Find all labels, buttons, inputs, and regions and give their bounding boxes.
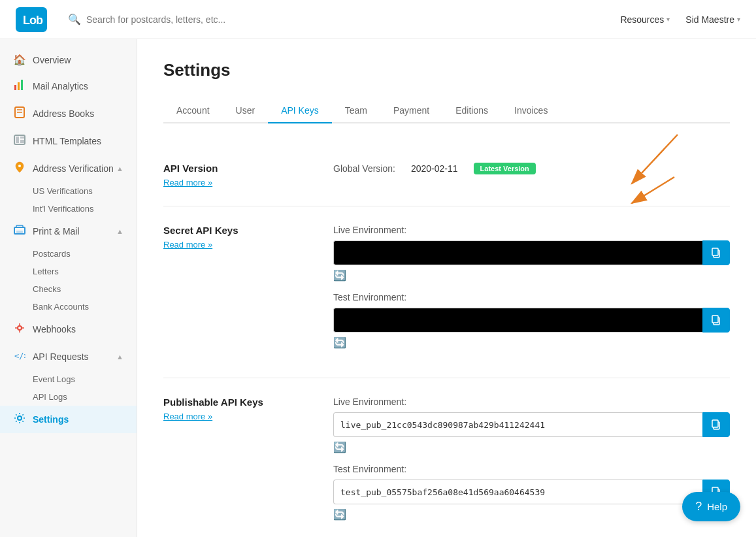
sidebar-label-overview: Overview <box>33 55 71 65</box>
secret-keys-read-more[interactable]: Read more » <box>163 240 307 250</box>
help-icon: ? <box>695 500 702 513</box>
global-version-label: Global Version: <box>333 163 395 174</box>
resources-link[interactable]: Resources ▾ <box>620 14 670 25</box>
sidebar-item-overview[interactable]: 🏠 Overview <box>0 47 137 73</box>
svg-text:</>: </> <box>14 351 25 361</box>
svg-rect-23 <box>712 248 718 255</box>
api-version-left: API Version Read more » <box>163 163 307 187</box>
print-mail-expand-icon: ▲ <box>116 227 123 235</box>
secret-keys-left: Secret API Keys Read more » <box>163 225 307 359</box>
live-publishable-key-copy-button[interactable] <box>702 412 730 437</box>
test-key-input-group <box>333 308 730 333</box>
test-secret-key-input[interactable] <box>333 308 702 333</box>
sidebar-item-bank-accounts[interactable]: Bank Accounts <box>0 298 137 316</box>
test-publishable-key-input[interactable] <box>333 480 702 504</box>
svg-rect-9 <box>16 137 19 143</box>
sidebar-item-mail-analytics[interactable]: Mail Analytics <box>0 73 137 100</box>
publishable-keys-read-more[interactable]: Read more » <box>163 412 307 421</box>
svg-point-17 <box>18 416 22 420</box>
sidebar-item-html-templates[interactable]: HTML Templates <box>0 127 137 155</box>
pub-live-refresh-container: 🔄 <box>333 441 730 453</box>
pub-live-refresh-icon[interactable]: 🔄 <box>333 442 346 453</box>
sidebar-item-api-logs[interactable]: API Logs <box>0 388 137 406</box>
publishable-api-keys-section: Publishable API Keys Read more » Live En… <box>163 378 730 537</box>
tab-team[interactable]: Team <box>332 99 380 123</box>
user-menu[interactable]: Sid Maestre ▾ <box>685 14 740 25</box>
tab-account[interactable]: Account <box>163 99 223 123</box>
page-title: Settings <box>163 60 730 80</box>
tab-payment[interactable]: Payment <box>380 99 442 123</box>
search-bar: 🔍 <box>68 13 620 25</box>
test-publishable-key-row: Test Environment: 🔄 <box>333 464 730 521</box>
sidebar-item-intl-verifications[interactable]: Int'l Verifications <box>0 200 137 218</box>
live-env-label: Live Environment: <box>333 225 730 235</box>
sidebar-item-checks[interactable]: Checks <box>0 280 137 298</box>
svg-point-12 <box>18 165 21 167</box>
api-version-section: API Version Read more » Global Version: … <box>163 144 730 206</box>
pub-live-key-input-group <box>333 412 730 437</box>
sidebar-label-mail-analytics: Mail Analytics <box>33 81 88 91</box>
webhooks-icon <box>13 322 26 336</box>
svg-rect-25 <box>712 316 718 323</box>
logo[interactable]: Lob <box>16 7 47 32</box>
search-input[interactable] <box>86 14 282 25</box>
sidebar-item-letters[interactable]: Letters <box>0 263 137 280</box>
sidebar-label-webhooks: Webhooks <box>33 324 76 334</box>
sidebar-item-event-logs[interactable]: Event Logs <box>0 370 137 388</box>
live-secret-key-row: Live Environment: 🔄 <box>333 225 730 282</box>
sidebar-item-settings[interactable]: Settings <box>0 406 137 433</box>
publishable-keys-left: Publishable API Keys Read more » <box>163 397 307 531</box>
help-button[interactable]: ? Help <box>682 492 740 521</box>
svg-rect-27 <box>712 420 718 427</box>
pub-live-env-label: Live Environment: <box>333 397 730 407</box>
live-publishable-key-input[interactable] <box>333 412 702 437</box>
svg-rect-11 <box>20 140 24 143</box>
publishable-keys-title: Publishable API Keys <box>163 397 307 408</box>
home-icon: 🏠 <box>13 54 26 66</box>
sidebar-item-webhooks[interactable]: Webhooks <box>0 316 137 343</box>
test-secret-key-row: Test Environment: 🔄 <box>333 292 730 349</box>
live-secret-key-input[interactable] <box>333 240 702 265</box>
sidebar-item-address-verification[interactable]: Address Verification ▲ <box>0 155 137 182</box>
secret-keys-title: Secret API Keys <box>163 225 307 236</box>
tab-api-keys[interactable]: API Keys <box>268 99 332 123</box>
tab-user[interactable]: User <box>223 99 269 123</box>
svg-text:Lob: Lob <box>23 14 43 27</box>
main-content: Settings Account User API Keys Team Paym… <box>137 39 756 537</box>
api-version-content: Global Version: 2020-02-11 Latest Versio… <box>333 163 730 187</box>
tabs-container: Account User API Keys Team Payment Editi… <box>163 99 730 123</box>
topnav: Lob 🔍 Resources ▾ Sid Maestre ▾ <box>0 0 756 39</box>
sidebar-label-print-mail: Print & Mail <box>33 226 80 236</box>
sidebar-label-html-templates: HTML Templates <box>33 136 101 146</box>
pub-test-env-label: Test Environment: <box>333 464 730 474</box>
live-publishable-key-row: Live Environment: 🔄 <box>333 397 730 453</box>
test-secret-key-copy-button[interactable] <box>702 308 730 333</box>
svg-rect-2 <box>14 85 16 90</box>
live-secret-key-copy-button[interactable] <box>702 240 730 265</box>
sidebar-item-print-mail[interactable]: Print & Mail ▲ <box>0 218 137 245</box>
pub-test-refresh-icon[interactable]: 🔄 <box>333 509 346 520</box>
analytics-icon <box>13 79 26 93</box>
sidebar: 🏠 Overview Mail Analytics Address Books … <box>0 39 137 537</box>
api-version-read-more[interactable]: Read more » <box>163 178 307 187</box>
sidebar-item-postcards[interactable]: Postcards <box>0 245 137 263</box>
publishable-keys-content: Live Environment: 🔄 Test Environment: <box>333 397 730 531</box>
test-refresh-icon[interactable]: 🔄 <box>333 337 346 348</box>
help-label: Help <box>707 501 727 512</box>
svg-rect-10 <box>20 137 24 138</box>
latest-version-badge: Latest Version <box>474 163 536 174</box>
address-verification-icon <box>13 161 26 176</box>
api-requests-expand-icon: ▲ <box>116 353 123 361</box>
sidebar-item-address-books[interactable]: Address Books <box>0 100 137 127</box>
expand-icon: ▲ <box>116 165 123 172</box>
search-icon: 🔍 <box>68 13 81 25</box>
address-books-icon <box>13 106 26 121</box>
tab-invoices[interactable]: Invoices <box>501 99 561 123</box>
tab-editions[interactable]: Editions <box>442 99 501 123</box>
sidebar-item-us-verifications[interactable]: US Verifications <box>0 182 137 200</box>
sidebar-label-api-requests: API Requests <box>33 351 89 362</box>
sidebar-item-api-requests[interactable]: </> API Requests ▲ <box>0 343 137 370</box>
pub-test-key-input-group <box>333 480 730 504</box>
test-refresh-container: 🔄 <box>333 336 730 349</box>
live-refresh-icon[interactable]: 🔄 <box>333 270 346 281</box>
